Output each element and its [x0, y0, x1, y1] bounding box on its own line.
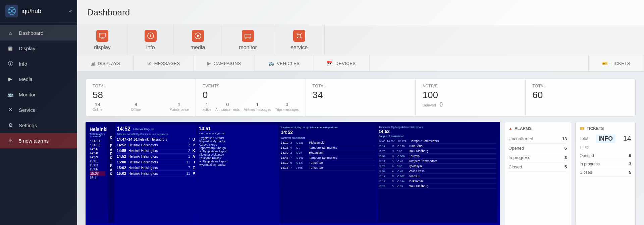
sidebar-item-info[interactable]: ⓘ Info: [0, 56, 77, 71]
local-dest-6: Tikkurila Dickursby: [199, 153, 277, 156]
local-title: Kirkkonummi Kyrkslätt: [199, 132, 277, 135]
alarm-opened-label: Opened: [508, 146, 524, 151]
arr-row-4: 15:34 8 IC 960 Kouvola: [379, 154, 496, 159]
time-1459: 14:59: [90, 155, 105, 159]
letter-P1: P: [110, 144, 112, 148]
arr-label: Saapuvat kaukojunat: [379, 135, 496, 138]
train-board-inner: Helsinkiin Till Helsingfors To Helsinki …: [86, 122, 500, 225]
monitor-icon: 🚌: [7, 91, 14, 98]
ticket-opened-count: 6: [629, 153, 631, 158]
tickets-header-label: TICKETS: [587, 126, 604, 131]
sidebar-label-info: Info: [19, 61, 27, 67]
top-nav-monitor[interactable]: monitor: [222, 25, 274, 55]
local-dest-8: ✈Flygplatsen Airport: [199, 160, 277, 163]
top-nav-service[interactable]: service: [274, 25, 325, 55]
local-dest-5: ✈Flygplatsen Airport: [199, 150, 277, 153]
service-icon: ✕: [7, 106, 14, 114]
sub-devices-icon: 📅: [327, 61, 333, 66]
stat-events-label: Events: [203, 84, 299, 88]
sidebar-item-service[interactable]: ✕ Service: [0, 102, 77, 118]
stat-active: 1 active: [203, 102, 211, 111]
ticket-closed-count: 5: [629, 170, 631, 175]
alarm-row-inprogress: In progress 3: [508, 153, 567, 162]
stat-events-value: 0: [203, 90, 299, 100]
dashboard-content: Total 58 19 Online 8 Offline 1 Maintenan…: [77, 72, 644, 225]
alarm-unconfirmed-count: 13: [562, 136, 567, 141]
top-nav-display-label: display: [94, 45, 111, 51]
top-nav-media[interactable]: media: [174, 25, 222, 55]
sidebar-label-media: Media: [19, 76, 33, 82]
alarms-header: ▲ ALARMS: [508, 126, 567, 131]
dep-row-6: 15:02 Helsinki Helsingfors 7 E: [117, 165, 195, 171]
time-1508: 15:08: [90, 171, 105, 176]
sidebar: iqu/hub « ⌂ Dashboard ▣ Display ⓘ Info ▶…: [0, 0, 77, 225]
board-title-sv: Till Helsingfors To Helsinki: [90, 133, 105, 138]
stat-maintenance-value: 1: [178, 102, 180, 107]
ld-label: Lähtevät kaukojunat: [281, 136, 375, 139]
board-subtitle: Avläende närtrafik tåg Commuter train de…: [117, 133, 195, 135]
collapse-button[interactable]: «: [69, 8, 72, 14]
sidebar-item-settings[interactable]: ⚙ Settings: [0, 118, 77, 133]
tickets-header: 🎫 TICKETS: [580, 126, 631, 131]
ticket-row-opened: Opened 6: [580, 152, 631, 160]
stat-offline-value: 8: [135, 102, 137, 107]
arr-row-10: 17:29 5 IC 24 Oulu Uleåborg: [379, 184, 496, 189]
service-nav-icon: [293, 30, 305, 42]
tickets-total: Total INFO 14: [580, 134, 631, 143]
top-nav-info[interactable]: i info: [128, 25, 174, 55]
stat-offline-label: Offline: [131, 108, 141, 111]
local-dest-1: Flygplatsen Airport: [199, 136, 277, 140]
stat-total2: Total 34: [306, 79, 416, 116]
arriving-board: Kommande tåg Long-distance train arrives…: [377, 125, 497, 223]
sub-nav-campaigns[interactable]: ▶ CAMPAIGNS: [194, 55, 255, 71]
time-1501: 15:01: [90, 159, 105, 163]
sub-nav-vehicles[interactable]: 🚌 VEHICLES: [255, 55, 314, 71]
svg-point-1: [11, 10, 13, 12]
arr-row-6: 16:29 6 S 66 Jyväskylä: [379, 164, 496, 169]
sidebar-item-display[interactable]: ▣ Display: [0, 41, 77, 56]
stat-devices-label: Total: [532, 84, 629, 88]
sidebar-item-media[interactable]: ▶ Media: [0, 71, 77, 87]
sidebar-label-dashboard: Dashboard: [19, 30, 43, 36]
sidebar-label-settings: Settings: [19, 123, 37, 128]
sub-tickets-icon: 🎫: [602, 61, 608, 66]
logo-icon: [7, 7, 16, 15]
board-title-fi: Helsinkiin: [90, 126, 105, 133]
sidebar-item-alarms[interactable]: ⚠ 5 new alarms: [0, 133, 77, 148]
ticket-row-inprogress: In progress 3: [580, 160, 631, 168]
ld-row-3: 15:30 3 IC 27 Rovaniemi: [281, 150, 375, 155]
departures-list: 14:47~14:51 Helsinki Helsingfors 7 U 14:…: [117, 137, 195, 176]
sidebar-label-service: Service: [19, 107, 36, 113]
ticket-inprogress-count: 3: [629, 162, 631, 166]
sub-nav-devices[interactable]: 📅 DEVICES: [313, 55, 369, 71]
dep-row-5: 15:00 Helsinki Helsingfors 11 I: [117, 159, 195, 165]
ticket-row-closed: Closed 5: [580, 168, 631, 177]
sub-nav-tickets[interactable]: 🎫 TICKETS: [588, 55, 644, 71]
sidebar-item-monitor[interactable]: 🚌 Monitor: [0, 87, 77, 102]
sub-nav-messages-label: MESSAGES: [154, 61, 180, 66]
arr-row-2: 15:17 8 IC 178 Turku Åbo: [379, 144, 496, 149]
local-dest-7: Kauklahti Köklax: [199, 156, 277, 160]
dep-times: 14:47~14:51 Helsinki Helsingfors 7 U 14:…: [117, 137, 195, 176]
top-nav-display[interactable]: display: [77, 25, 128, 55]
stat-offline: 8 Offline: [131, 102, 141, 111]
arr-row-5: 16:17 5 IC 48 Tampere Tammerfors: [379, 159, 496, 164]
time-1400: * 14:51: [90, 139, 105, 143]
top-nav: display i info media monitor service: [77, 25, 644, 55]
departures-board: 14:52 Lähtevät lähijunat Avläende närtra…: [115, 125, 197, 223]
display-nav-icon: [96, 30, 108, 42]
tickets-icon: 🎫: [580, 126, 585, 131]
info-icon: ⓘ: [7, 60, 14, 67]
local-time: 14:51: [199, 126, 277, 131]
sub-nav-displays-label: DISPLAYS: [98, 61, 120, 66]
sub-nav-messages[interactable]: ✉ MESSAGES: [134, 55, 194, 71]
ld-subtitle: Avgående tågtåg Long-distance train depa…: [281, 126, 375, 129]
alarm-inprogress-count: 3: [565, 155, 567, 160]
alarm-icon: ⚠: [7, 137, 14, 144]
ld-row-6: 16:13 7 S 975 Turku Åbo: [281, 165, 375, 170]
alarm-inprogress-label: In progress: [508, 155, 530, 160]
sidebar-item-dashboard[interactable]: ⌂ Dashboard: [0, 25, 77, 41]
ld-row-4: 15:43 7 IC 959 Tampere Tammerfors: [281, 155, 375, 160]
local-dest-4: Leppävaara Alberga: [199, 146, 277, 150]
sub-nav-displays[interactable]: ▣ DISPLAYS: [77, 55, 134, 71]
